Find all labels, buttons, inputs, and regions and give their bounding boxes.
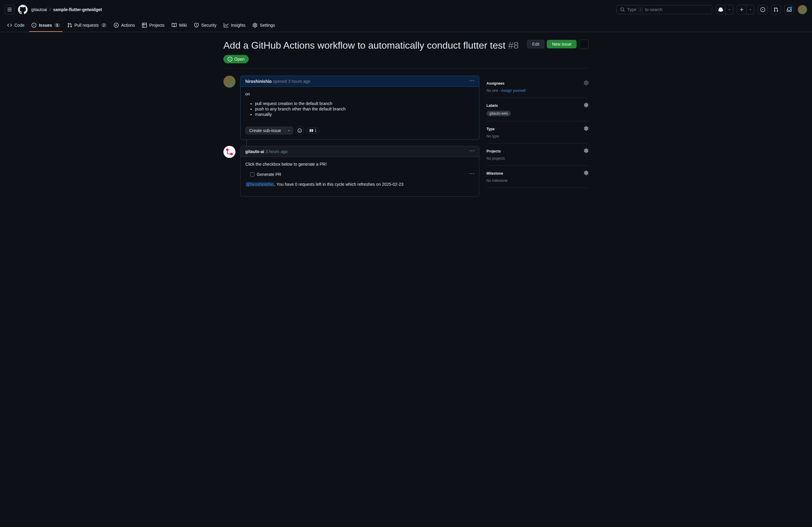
create-button[interactable]: [737, 5, 746, 14]
search-prefix: Type: [627, 7, 636, 12]
search-hotkey: /: [639, 7, 643, 12]
mention-link[interactable]: @hiroshinishio: [245, 182, 274, 187]
comment: hiroshinishio opened 3 hours ago on pull…: [240, 76, 479, 140]
copy-link-button[interactable]: [579, 39, 589, 49]
new-issue-button[interactable]: New issue: [547, 40, 577, 48]
edit-button[interactable]: Edit: [527, 40, 545, 48]
tab-issues[interactable]: Issues 1: [29, 19, 62, 32]
sidebar-title: Labels: [487, 104, 498, 108]
caret-down-icon: [287, 129, 290, 132]
tab-actions-label: Actions: [121, 23, 135, 28]
breadcrumb-owner[interactable]: gitautoai: [31, 7, 47, 12]
comment-menu[interactable]: [469, 78, 474, 84]
comment-wrap: hiroshinishio opened 3 hours ago on pull…: [223, 76, 479, 140]
create-sub-caret: [285, 127, 293, 134]
tab-wiki[interactable]: Wiki: [169, 19, 189, 32]
issue-icon: [31, 23, 37, 28]
tab-insights[interactable]: Insights: [221, 19, 248, 32]
sidebar-value: No milestone: [487, 179, 589, 183]
breadcrumb-repo[interactable]: sample-flutter-getwidget: [53, 7, 102, 12]
comment-meta: 3 hours ago: [264, 149, 288, 154]
sidebar-projects: Projects No projects: [487, 144, 589, 166]
tab-code[interactable]: Code: [5, 19, 27, 32]
create-sub-label: Create sub-issue: [246, 127, 285, 134]
task-checkbox[interactable]: [250, 172, 255, 177]
caret-down-icon: [728, 9, 730, 11]
svg-point-1: [230, 153, 233, 155]
comment-menu[interactable]: [469, 149, 474, 154]
tab-pulls[interactable]: Pull requests 2: [65, 19, 109, 32]
issue-title: Add a GitHub Actions workflow to automat…: [223, 39, 522, 51]
list-item: manually: [255, 112, 474, 117]
assign-yourself-link[interactable]: Assign yourself: [501, 89, 525, 93]
pr-icon: [67, 23, 72, 28]
comment-header: gitauto-ai 3 hours ago: [241, 146, 479, 157]
sidebar-title: Type: [487, 127, 495, 131]
comment-meta: opened 3 hours ago: [272, 79, 310, 84]
copilot-button-group: [716, 5, 733, 14]
bot-avatar-icon: [225, 148, 234, 156]
sidebar-gear[interactable]: [584, 103, 589, 108]
create-caret[interactable]: [746, 5, 754, 14]
copilot-caret[interactable]: [726, 5, 733, 14]
caret-down-icon: [749, 9, 752, 11]
sidebar-value: No type: [487, 134, 589, 138]
tab-settings[interactable]: Settings: [250, 19, 277, 32]
pr-icon: [773, 7, 778, 12]
task-menu[interactable]: [469, 171, 474, 177]
comment-author[interactable]: gitauto-ai: [245, 149, 264, 154]
copilot-button[interactable]: [716, 5, 726, 14]
pulls-count: 2: [101, 23, 107, 27]
issue-layout: hiroshinishio opened 3 hours ago on pull…: [223, 76, 589, 197]
tab-actions[interactable]: Actions: [112, 19, 137, 32]
pulls-button[interactable]: [771, 5, 781, 14]
github-mark-icon: [18, 5, 28, 14]
task-list: Generate PR: [245, 171, 474, 177]
sidebar-title: Assignees: [487, 81, 505, 86]
breadcrumb-separator: /: [49, 7, 51, 12]
notifications-button[interactable]: [784, 5, 794, 14]
tab-pulls-label: Pull requests: [74, 23, 99, 28]
comment-body: on pull request creation to the default …: [241, 87, 479, 126]
comment-text: on: [245, 92, 474, 96]
reaction-eyes[interactable]: 👀 1: [306, 127, 320, 134]
tab-projects[interactable]: Projects: [140, 19, 167, 32]
sidebar-gear[interactable]: [584, 170, 589, 176]
reaction-count: 1: [315, 129, 317, 133]
github-logo[interactable]: [18, 5, 28, 14]
sidebar-gear[interactable]: [584, 80, 589, 86]
sidebar-gear[interactable]: [584, 148, 589, 154]
code-icon: [7, 23, 12, 28]
issue-open-icon: [228, 57, 232, 61]
comment-avatar[interactable]: [223, 76, 235, 88]
comment-author[interactable]: hiroshinishio: [245, 79, 272, 84]
comment-body: Click the checkbox below to generate a P…: [241, 157, 479, 196]
comment-avatar[interactable]: [223, 146, 235, 158]
sidebar-value: No one - Assign yourself: [487, 89, 589, 93]
comment-footer: Create sub-issue 👀 1: [241, 126, 479, 139]
tab-security-label: Security: [201, 23, 217, 28]
search-input[interactable]: Type / to search: [616, 5, 712, 14]
menu-button[interactable]: [5, 5, 14, 14]
sidebar-assignees: Assignees No one - Assign yourself: [487, 76, 589, 98]
label-pill[interactable]: gitauto-wes: [487, 111, 511, 116]
create-sub-issue-button[interactable]: Create sub-issue: [245, 127, 293, 134]
issue-state-badge: Open: [223, 55, 249, 63]
issue-number: #8: [508, 40, 519, 51]
issues-count: 1: [54, 23, 60, 27]
divider: [223, 68, 589, 69]
tab-security[interactable]: Security: [192, 19, 219, 32]
issues-button[interactable]: [758, 5, 768, 14]
issue-title-text: Add a GitHub Actions workflow to automat…: [223, 40, 505, 51]
tab-code-label: Code: [14, 23, 24, 28]
issue-icon: [760, 7, 765, 12]
issue-state-label: Open: [234, 57, 244, 61]
gear-icon: [252, 23, 257, 28]
sidebar-gear[interactable]: [584, 126, 589, 132]
sidebar-value: No projects: [487, 156, 589, 161]
user-avatar[interactable]: [798, 5, 807, 14]
comment: gitauto-ai 3 hours ago Click the checkbo…: [240, 146, 479, 197]
repo-nav: Code Issues 1 Pull requests 2 Actions Pr…: [0, 19, 812, 32]
comment-text: @hiroshinishio, You have 0 requests left…: [245, 182, 474, 187]
add-reaction-button[interactable]: [295, 126, 304, 135]
